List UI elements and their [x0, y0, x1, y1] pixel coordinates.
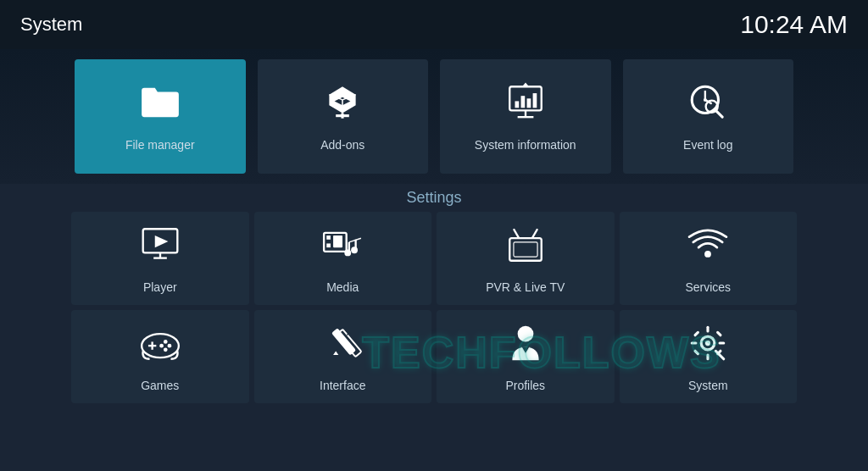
svg-point-18: [704, 98, 707, 102]
interface-icon: [321, 322, 364, 370]
tile-event-log-label: Event log: [683, 138, 732, 152]
page-title: System: [20, 14, 82, 36]
system-settings-icon: [687, 322, 729, 370]
tile-event-log[interactable]: Event log: [623, 59, 794, 174]
media-icon: [321, 224, 364, 272]
svg-point-33: [351, 247, 358, 253]
tile-system-information[interactable]: System information: [440, 59, 611, 174]
tile-player[interactable]: Player: [71, 212, 249, 305]
svg-rect-27: [327, 243, 331, 247]
svg-rect-9: [520, 96, 525, 108]
svg-rect-53: [707, 325, 709, 332]
player-icon: [139, 224, 181, 272]
tile-add-ons-label: Add-ons: [320, 138, 364, 152]
header: System 10:24 AM: [0, 0, 868, 49]
settings-grid: Player Media: [71, 212, 797, 403]
svg-line-35: [514, 229, 519, 238]
svg-rect-54: [707, 353, 709, 360]
svg-marker-22: [155, 236, 169, 247]
top-tiles-row: File manager Add-ons: [71, 56, 797, 177]
svg-marker-14: [521, 83, 529, 87]
svg-point-43: [167, 343, 171, 347]
svg-point-32: [345, 249, 352, 256]
tile-pvr-live-tv[interactable]: PVR & Live TV: [437, 212, 615, 305]
tile-add-ons[interactable]: Add-ons: [258, 59, 429, 174]
svg-rect-28: [333, 236, 342, 247]
settings-title: Settings: [71, 189, 797, 207]
svg-rect-58: [716, 330, 723, 337]
top-area: File manager Add-ons: [0, 49, 868, 184]
svg-line-36: [532, 229, 537, 238]
pvr-icon: [504, 224, 547, 272]
tile-system-information-label: System information: [475, 138, 576, 152]
tile-games[interactable]: Games: [71, 310, 249, 403]
svg-point-44: [164, 347, 168, 352]
system-info-icon: [504, 81, 547, 130]
settings-section: Settings Player: [0, 184, 868, 403]
svg-rect-57: [693, 330, 700, 337]
tile-file-manager-label: File manager: [125, 138, 195, 152]
svg-rect-55: [691, 341, 698, 344]
tile-media-label: Media: [326, 280, 359, 294]
svg-point-45: [159, 343, 164, 347]
svg-point-50: [517, 325, 533, 341]
tile-services-label: Services: [685, 280, 731, 294]
svg-rect-59: [693, 349, 700, 356]
tile-file-manager[interactable]: File manager: [75, 59, 246, 174]
event-log-icon: [687, 81, 729, 130]
profiles-icon: [504, 322, 547, 370]
svg-rect-56: [719, 341, 726, 344]
tile-interface-label: Interface: [320, 379, 365, 392]
tile-system[interactable]: System: [620, 310, 798, 403]
tile-profiles[interactable]: Profiles: [437, 310, 615, 403]
games-icon: [139, 322, 181, 370]
tile-profiles-label: Profiles: [505, 379, 545, 392]
tile-services[interactable]: Services: [620, 212, 798, 305]
svg-point-42: [164, 340, 168, 344]
svg-point-52: [705, 340, 710, 345]
svg-marker-47: [333, 351, 338, 355]
svg-rect-8: [515, 101, 519, 108]
tile-pvr-live-tv-label: PVR & Live TV: [486, 280, 565, 294]
svg-rect-37: [514, 241, 537, 256]
svg-rect-26: [327, 236, 331, 240]
tile-system-label: System: [688, 379, 728, 392]
tile-interface[interactable]: Interface: [254, 310, 432, 403]
tile-media[interactable]: Media: [254, 212, 432, 305]
svg-rect-10: [526, 98, 531, 108]
svg-point-38: [704, 251, 711, 258]
addons-icon: [321, 81, 364, 130]
folder-icon: [139, 81, 181, 130]
clock: 10:24 AM: [740, 10, 848, 39]
svg-rect-11: [532, 93, 537, 108]
services-icon: [687, 224, 729, 272]
tile-games-label: Games: [141, 379, 179, 392]
tile-player-label: Player: [143, 280, 177, 294]
